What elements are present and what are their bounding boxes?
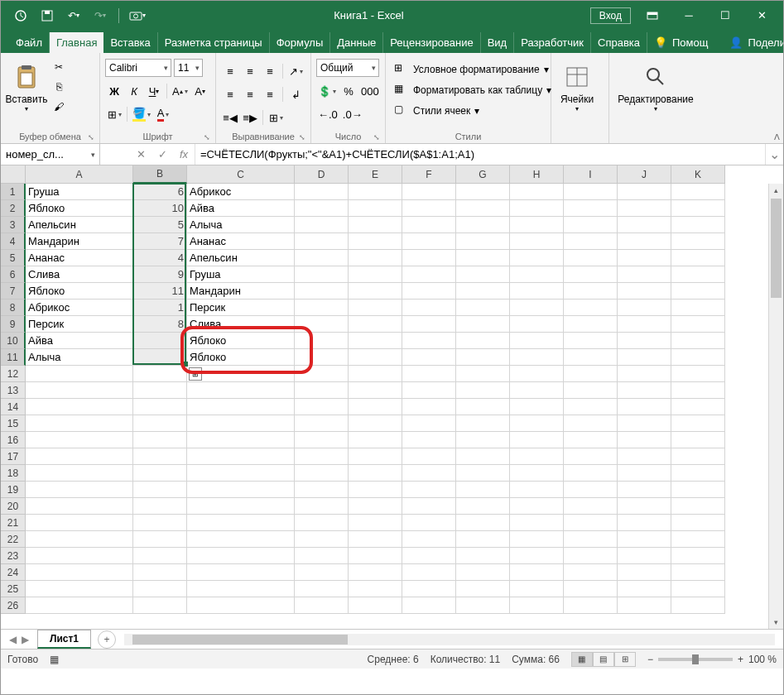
cell-J9[interactable] bbox=[618, 316, 671, 333]
cell-E14[interactable] bbox=[349, 399, 402, 415]
cell-I18[interactable] bbox=[564, 465, 618, 482]
cell-F11[interactable] bbox=[402, 349, 456, 366]
cell-K9[interactable] bbox=[671, 316, 725, 333]
name-box[interactable]: номер_сл... bbox=[1, 144, 100, 165]
increase-indent-button[interactable]: ≡▶ bbox=[241, 108, 259, 127]
cell-D11[interactable] bbox=[295, 349, 349, 366]
cell-D7[interactable] bbox=[295, 283, 349, 300]
cell-B21[interactable] bbox=[133, 515, 187, 531]
cell-H22[interactable] bbox=[510, 531, 564, 548]
cell-I21[interactable] bbox=[564, 515, 618, 531]
cell-B25[interactable] bbox=[133, 581, 187, 597]
cell-F5[interactable] bbox=[402, 250, 456, 266]
tab-help[interactable]: Справка bbox=[591, 32, 647, 53]
cell-A9[interactable]: Персик bbox=[26, 316, 133, 333]
border-button[interactable]: ⊞ bbox=[105, 105, 123, 123]
cell-H19[interactable] bbox=[510, 482, 564, 498]
cell-J26[interactable] bbox=[618, 597, 671, 614]
cell-K4[interactable] bbox=[671, 233, 725, 250]
cell-G15[interactable] bbox=[456, 415, 510, 432]
cell-H4[interactable] bbox=[510, 233, 564, 250]
cell-G12[interactable] bbox=[456, 366, 510, 382]
cell-E7[interactable] bbox=[349, 283, 402, 300]
number-format-select[interactable]: Общий bbox=[316, 59, 379, 77]
cell-B19[interactable] bbox=[133, 482, 187, 498]
insert-function-button[interactable]: fx bbox=[173, 148, 195, 161]
cell-C18[interactable] bbox=[187, 465, 295, 482]
cell-F7[interactable] bbox=[402, 283, 456, 300]
row-header-26[interactable]: 26 bbox=[1, 597, 26, 614]
cell-F12[interactable] bbox=[402, 366, 456, 382]
cell-I25[interactable] bbox=[564, 581, 618, 597]
percent-button[interactable]: % bbox=[339, 82, 358, 100]
cell-I10[interactable] bbox=[564, 333, 618, 349]
cell-H23[interactable] bbox=[510, 548, 564, 564]
cell-J21[interactable] bbox=[618, 515, 671, 531]
cell-G16[interactable] bbox=[456, 432, 510, 448]
cell-D14[interactable] bbox=[295, 399, 349, 415]
cell-H3[interactable] bbox=[510, 217, 564, 233]
cell-D23[interactable] bbox=[295, 548, 349, 564]
cell-F25[interactable] bbox=[402, 581, 456, 597]
cell-D13[interactable] bbox=[295, 382, 349, 399]
cell-E1[interactable] bbox=[349, 184, 402, 200]
cell-F15[interactable] bbox=[402, 415, 456, 432]
macro-record-icon[interactable]: ▦ bbox=[50, 654, 59, 665]
cell-C17[interactable] bbox=[187, 448, 295, 465]
cell-A24[interactable] bbox=[26, 564, 133, 581]
cell-B23[interactable] bbox=[133, 548, 187, 564]
expand-formula-bar-button[interactable]: ⌄ bbox=[765, 144, 783, 165]
cell-G19[interactable] bbox=[456, 482, 510, 498]
cell-A6[interactable]: Слива bbox=[26, 266, 133, 283]
row-header-5[interactable]: 5 bbox=[1, 250, 26, 266]
page-break-view-button[interactable]: ⊞ bbox=[614, 652, 636, 667]
cell-A15[interactable] bbox=[26, 415, 133, 432]
cell-J4[interactable] bbox=[618, 233, 671, 250]
cell-E19[interactable] bbox=[349, 482, 402, 498]
cell-K1[interactable] bbox=[671, 184, 725, 200]
cell-H13[interactable] bbox=[510, 382, 564, 399]
zoom-level[interactable]: 100 % bbox=[748, 654, 777, 665]
format-as-table-button[interactable]: ▦Форматировать как таблицу ▾ bbox=[391, 81, 555, 99]
column-header-I[interactable]: I bbox=[564, 165, 618, 184]
grow-font-button[interactable]: A▴ bbox=[171, 82, 190, 100]
align-center-button[interactable]: ≡ bbox=[241, 85, 259, 103]
row-header-11[interactable]: 11 bbox=[1, 349, 26, 366]
cell-B26[interactable] bbox=[133, 597, 187, 614]
cell-I12[interactable] bbox=[564, 366, 618, 382]
cell-F22[interactable] bbox=[402, 531, 456, 548]
tab-formulas[interactable]: Формулы bbox=[270, 32, 331, 53]
column-header-B[interactable]: B bbox=[133, 165, 187, 184]
cell-C23[interactable] bbox=[187, 548, 295, 564]
cell-D5[interactable] bbox=[295, 250, 349, 266]
cell-K5[interactable] bbox=[671, 250, 725, 266]
cell-F20[interactable] bbox=[402, 498, 456, 515]
maximize-button[interactable]: ☐ bbox=[709, 4, 742, 27]
column-header-D[interactable]: D bbox=[295, 165, 349, 184]
cut-button[interactable]: ✂ bbox=[51, 59, 67, 75]
share-button[interactable]: 👤Поделиться bbox=[723, 32, 784, 53]
undo-button[interactable]: ↶▾ bbox=[64, 6, 84, 26]
cell-E6[interactable] bbox=[349, 266, 402, 283]
conditional-formatting-button[interactable]: ⊞Условное форматирование ▾ bbox=[391, 60, 552, 79]
cell-A7[interactable]: Яблоко bbox=[26, 283, 133, 300]
cell-E21[interactable] bbox=[349, 515, 402, 531]
cell-J24[interactable] bbox=[618, 564, 671, 581]
cell-D4[interactable] bbox=[295, 233, 349, 250]
cell-D26[interactable] bbox=[295, 597, 349, 614]
cell-J7[interactable] bbox=[618, 283, 671, 300]
cell-D8[interactable] bbox=[295, 300, 349, 316]
cell-G17[interactable] bbox=[456, 448, 510, 465]
cell-I7[interactable] bbox=[564, 283, 618, 300]
vertical-scrollbar[interactable]: ▴ ▾ bbox=[768, 184, 783, 629]
cell-D21[interactable] bbox=[295, 515, 349, 531]
cell-C14[interactable] bbox=[187, 399, 295, 415]
normal-view-button[interactable]: ▦ bbox=[571, 652, 593, 667]
cell-I6[interactable] bbox=[564, 266, 618, 283]
align-top-button[interactable]: ≡ bbox=[221, 62, 239, 80]
cell-H8[interactable] bbox=[510, 300, 564, 316]
formula-input[interactable]: =СЧЁТЕСЛИ(Фрукты;"<"&A1)+СЧЁТЕСЛИ($A$1:A… bbox=[195, 144, 765, 165]
row-header-9[interactable]: 9 bbox=[1, 316, 26, 333]
tab-data[interactable]: Данные bbox=[330, 32, 383, 53]
cell-G9[interactable] bbox=[456, 316, 510, 333]
